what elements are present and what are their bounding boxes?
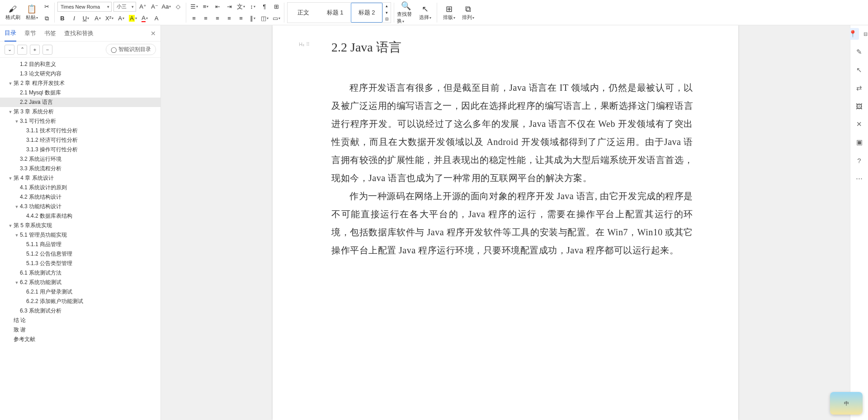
share-tool-button[interactable]: ⇄ (854, 82, 865, 94)
decrease-indent-button[interactable]: ⇤ (212, 2, 222, 12)
align-left-button[interactable]: ≡ (189, 14, 199, 23)
tab-chapter[interactable]: 章节 (24, 26, 36, 41)
outline-item[interactable]: 2.2 Java 语言 (0, 98, 160, 107)
outline-item[interactable]: 2.1 Mysql 数据库 (0, 88, 160, 98)
document-viewport[interactable]: H₂ ⠿ 2.2 Java 语言 程序开发语言有很多，但是截至目前，Java 语… (161, 25, 850, 420)
paste-button[interactable]: 📋 粘贴 (23, 1, 41, 24)
paragraph[interactable]: 作为一种源码在网络上开源的面向对象的程序开发 Java 语言, 由它开发完成的程… (331, 187, 693, 259)
increase-font-button[interactable]: A⁺ (138, 2, 148, 12)
align-right-button[interactable]: ≡ (212, 14, 222, 23)
outline-item[interactable]: ▼4.3 功能结构设计 (0, 202, 160, 211)
outline-item[interactable]: 3.1.1 技术可行性分析 (0, 126, 160, 135)
clear-format-button[interactable]: ◇ (173, 2, 183, 12)
outline-item[interactable]: ▼第 4 章 系统设计 (0, 173, 160, 183)
outline-item[interactable]: 5.1.3 公告类型管理 (0, 259, 160, 268)
input-method-widget[interactable]: 中 (830, 392, 863, 415)
outline-twisty-icon[interactable]: ▼ (14, 205, 20, 209)
outline-twisty-icon[interactable]: ▼ (7, 176, 14, 181)
outline-item[interactable]: ▼6.2 系统功能测试 (0, 278, 160, 287)
edit-tool-button[interactable]: ✎ (854, 46, 865, 58)
outline-expand-button[interactable]: ⌃ (17, 45, 27, 55)
style-heading1[interactable]: 标题 1 (319, 3, 351, 23)
increase-indent-button[interactable]: ⇥ (224, 2, 234, 12)
align-center-button[interactable]: ≡ (201, 14, 211, 23)
bold-button[interactable]: B (57, 14, 67, 23)
outline-item[interactable]: 3.3 系统流程分析 (0, 164, 160, 173)
outline-item[interactable]: 1.2 目的和意义 (0, 60, 160, 69)
text-direction-button[interactable]: 文 (236, 2, 246, 12)
line-spacing-button[interactable]: ‖ (248, 14, 258, 23)
style-heading2[interactable]: 标题 2 (351, 3, 382, 23)
shading-button[interactable]: ◫ (259, 14, 269, 23)
cut-button[interactable]: ✂ (42, 2, 52, 12)
heading-level-indicator[interactable]: H₂ ⠿ (299, 42, 310, 47)
outline-collapse-button[interactable]: ⌄ (5, 45, 14, 55)
more-button[interactable]: ⋯ (854, 173, 865, 184)
sidebar-close-button[interactable]: ✕ (151, 30, 156, 37)
help-button[interactable]: ? (854, 154, 865, 166)
text-effects-button[interactable]: A (116, 14, 126, 23)
outline-twisty-icon[interactable]: ▼ (7, 81, 14, 86)
outline-twisty-icon[interactable]: ▼ (7, 110, 14, 114)
layout-button[interactable]: ⊞ 排版 (440, 1, 458, 24)
arrange-button[interactable]: ⧉ 排列 (459, 1, 477, 24)
align-distribute-button[interactable]: ≡ (236, 14, 246, 23)
outline-tree[interactable]: 1.2 目的和意义1.3 论文研究内容▼第 2 章 程序开发技术2.1 Mysq… (0, 58, 160, 420)
outline-twisty-icon[interactable]: ▼ (14, 233, 20, 238)
outline-item[interactable]: ▼第 2 章 程序开发技术 (0, 79, 160, 88)
image-tool-button[interactable]: 🖼 (854, 100, 865, 112)
format-painter-button[interactable]: 🖌 格式刷 (4, 1, 22, 24)
style-gallery-expand[interactable]: ⊟ (383, 16, 391, 23)
align-justify-button[interactable]: ≡ (224, 14, 234, 23)
outline-twisty-icon[interactable]: ▼ (14, 280, 20, 285)
select-button[interactable]: ↖ 选择 (416, 1, 434, 24)
outline-item[interactable]: 3.1.3 操作可行性分析 (0, 145, 160, 154)
font-family-select[interactable]: Times New Roma (57, 2, 112, 12)
change-case-button[interactable]: Aa (161, 2, 171, 12)
show-marks2-button[interactable]: ⊞ (271, 2, 281, 12)
outline-item[interactable]: ▼3.1 可行性分析 (0, 117, 160, 126)
tab-bookmark[interactable]: 书签 (44, 26, 56, 41)
outline-item[interactable]: 6.1 系统测试方法 (0, 268, 160, 278)
highlight-color-button[interactable]: A (128, 14, 138, 23)
outline-item[interactable]: ▼第 3 章 系统分析 (0, 107, 160, 117)
numbered-list-button[interactable]: ≡ (201, 2, 211, 12)
reading-mode-button[interactable]: ▣ (854, 136, 865, 148)
outline-item[interactable]: 6.2.2 添加账户功能测试 (0, 297, 160, 306)
outline-item[interactable]: 3.2 系统运行环境 (0, 154, 160, 164)
outline-item[interactable]: 结 论 (0, 316, 160, 325)
underline-button[interactable]: U (81, 14, 91, 23)
outline-twisty-icon[interactable]: ▼ (14, 119, 20, 124)
tools-button[interactable]: ✕ (854, 118, 865, 130)
outline-item[interactable]: 5.1.1 商品管理 (0, 240, 160, 249)
style-scroll-down[interactable]: ▾ (383, 9, 391, 16)
font-size-select[interactable]: 小三 (113, 2, 136, 12)
select-tool-button[interactable]: ↖ (854, 64, 865, 76)
outline-twisty-icon[interactable]: ▼ (7, 224, 14, 228)
show-marks-button[interactable]: ¶ (259, 2, 269, 12)
outline-item[interactable]: 6.2.1 用户登录测试 (0, 287, 160, 297)
italic-button[interactable]: I (69, 14, 79, 23)
outline-item[interactable]: 5.1.2 公告信息管理 (0, 249, 160, 259)
outline-item[interactable]: ▼第 5 章系统实现 (0, 221, 160, 230)
outline-item[interactable]: 4.2 系统结构设计 (0, 192, 160, 202)
outline-item[interactable]: 4.1 系统设计的原则 (0, 183, 160, 192)
bullet-list-button[interactable]: ☰ (189, 2, 199, 12)
style-scroll-up[interactable]: ▴ (383, 3, 391, 9)
outline-item[interactable]: 3.1.2 经济可行性分析 (0, 135, 160, 145)
paragraph[interactable]: 程序开发语言有很多，但是截至目前，Java 语言在 IT 领域内，仍然是最被认可… (331, 79, 693, 187)
collapse-strip-button[interactable]: ⊟ (860, 28, 868, 40)
decrease-font-button[interactable]: A⁻ (150, 2, 160, 12)
font-color-button[interactable]: A (140, 14, 150, 23)
sort-button[interactable]: ↕ (248, 2, 258, 12)
style-normal[interactable]: 正文 (288, 3, 319, 23)
heading-2[interactable]: 2.2 Java 语言 (331, 39, 693, 56)
copy-button[interactable]: ⧉ (42, 14, 52, 23)
outline-item[interactable]: 参考文献 (0, 335, 160, 344)
outline-item[interactable]: 致 谢 (0, 325, 160, 335)
borders-button[interactable]: ▭ (271, 14, 281, 23)
outline-item[interactable]: ▼5.1 管理员功能实现 (0, 230, 160, 240)
outline-item[interactable]: 4.4.2 数据库表结构 (0, 211, 160, 221)
strikethrough-button[interactable]: A (93, 14, 103, 23)
phonetic-guide-button[interactable]: A (151, 14, 161, 23)
